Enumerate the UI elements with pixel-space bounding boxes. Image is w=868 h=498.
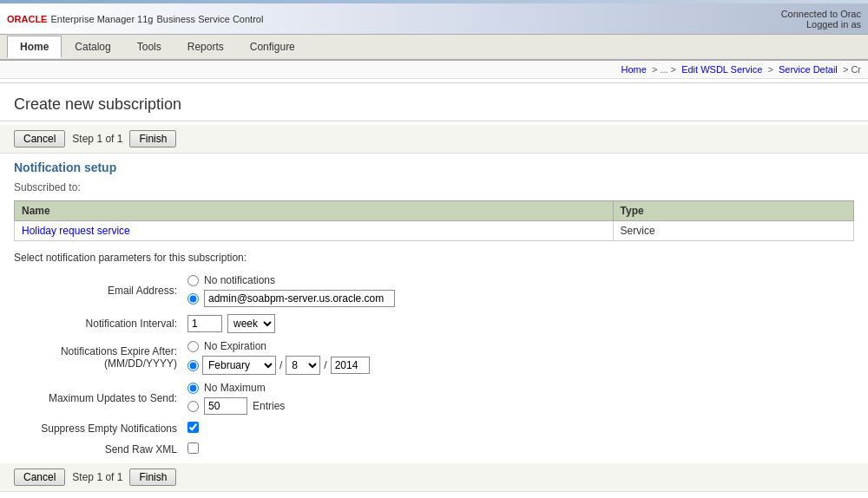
- expire-row: Notifications Expire After: (MM/DD/YYYY)…: [14, 337, 854, 378]
- breadcrumb: Home > ... > Edit WSDL Service > Service…: [0, 61, 868, 79]
- em-label: Enterprise Manager 11g: [50, 14, 153, 24]
- top-nav-bar: Home Catalog Tools Reports Configure: [0, 35, 868, 61]
- step-bar-bottom: Cancel Step 1 of 1 Finish: [0, 463, 868, 492]
- date-separator-1: /: [279, 359, 282, 371]
- nav-tab-reports[interactable]: Reports: [174, 36, 237, 58]
- expire-date-radio[interactable]: [187, 360, 199, 371]
- expire-label: Notifications Expire After: (MM/DD/YYYY): [14, 337, 187, 378]
- nav-tab-configure[interactable]: Configure: [237, 36, 308, 58]
- interval-unit-select[interactable]: week day hour: [227, 314, 275, 333]
- no-expiration-radio[interactable]: [187, 341, 199, 352]
- expire-controls: No Expiration January February March Apr…: [187, 337, 854, 378]
- no-maximum-radio[interactable]: [187, 383, 199, 394]
- max-updates-controls: No Maximum Entries: [187, 378, 854, 418]
- breadcrumb-home[interactable]: Home: [621, 64, 646, 75]
- interval-input[interactable]: [187, 315, 222, 332]
- email-controls: No notifications: [187, 271, 854, 311]
- connected-line2: Logged in as: [806, 19, 861, 29]
- suppress-controls: [187, 418, 854, 439]
- col-name: Name: [15, 201, 614, 221]
- day-select[interactable]: 1234 567 8 9101112 13141516 17181920 212…: [286, 356, 320, 375]
- connected-info: Connected to Orac Logged in as: [781, 9, 861, 29]
- suppress-row: Suppress Empty Notifications: [14, 418, 854, 439]
- email-row: Email Address: No notifications: [14, 271, 854, 311]
- finish-button-top[interactable]: Finish: [129, 130, 176, 147]
- max-updates-row: Maximum Updates to Send: No Maximum Entr…: [14, 378, 854, 418]
- step-bar-top: Cancel Step 1 of 1 Finish: [0, 125, 868, 154]
- oracle-label: ORACLE: [7, 14, 47, 24]
- connected-line1: Connected to Orac: [781, 9, 861, 19]
- expire-label-text: Notifications Expire After:: [61, 345, 177, 357]
- interval-controls: week day hour: [187, 311, 854, 337]
- nav-tab-tools[interactable]: Tools: [124, 36, 174, 58]
- raw-xml-controls: [187, 439, 854, 460]
- finish-button-bottom[interactable]: Finish: [129, 469, 176, 486]
- email-input[interactable]: [204, 290, 395, 307]
- subscribed-to-label: Subscribed to:: [0, 178, 868, 197]
- raw-xml-checkbox[interactable]: [187, 442, 199, 454]
- notification-setup-heading: Notification setup: [0, 154, 868, 178]
- max-updates-label: Maximum Updates to Send:: [14, 378, 187, 418]
- interval-label: Notification Interval:: [14, 311, 187, 337]
- col-type: Type: [613, 201, 853, 221]
- cancel-button-bottom[interactable]: Cancel: [14, 469, 65, 486]
- suppress-label: Suppress Empty Notifications: [14, 418, 187, 439]
- email-radio[interactable]: [187, 293, 199, 305]
- breadcrumb-service-detail[interactable]: Service Detail: [779, 64, 838, 75]
- service-name-link[interactable]: Holiday request service: [22, 225, 130, 237]
- expire-sublabel: (MM/DD/YYYY): [104, 357, 177, 370]
- raw-xml-row: Send Raw XML: [14, 439, 854, 460]
- nav-tab-home[interactable]: Home: [7, 36, 62, 58]
- step-info-top: Step 1 of 1: [72, 133, 122, 145]
- service-type-cell: Service: [613, 221, 853, 241]
- breadcrumb-edit-wsdl[interactable]: Edit WSDL Service: [681, 64, 762, 75]
- suppress-checkbox[interactable]: [187, 422, 199, 433]
- table-row: Holiday request service Service: [15, 221, 854, 241]
- step-info-bottom: Step 1 of 1: [72, 471, 122, 483]
- page-title: Create new subscription: [0, 87, 868, 117]
- month-select[interactable]: January February March April May June Ju…: [202, 356, 276, 375]
- notification-form: Email Address: No notifications Notifica…: [14, 271, 854, 460]
- service-name-cell: Holiday request service: [15, 221, 614, 241]
- entries-label: Entries: [253, 400, 285, 412]
- nav-tab-catalog[interactable]: Catalog: [62, 36, 123, 58]
- bsc-label: Business Service Control: [156, 14, 263, 24]
- year-input[interactable]: [331, 357, 370, 374]
- oracle-logo: ORACLE Enterprise Manager 11g Business S…: [7, 14, 263, 24]
- date-separator-2: /: [324, 359, 326, 371]
- email-label: Email Address:: [14, 271, 187, 311]
- raw-xml-label: Send Raw XML: [14, 439, 187, 460]
- cancel-button-top[interactable]: Cancel: [14, 130, 65, 147]
- no-maximum-label: No Maximum: [204, 382, 266, 394]
- no-expiration-label: No Expiration: [204, 340, 266, 352]
- no-notifications-label: No notifications: [204, 274, 275, 286]
- interval-row: Notification Interval: week day hour: [14, 311, 854, 337]
- subscribed-table: Name Type Holiday request service Servic…: [14, 200, 854, 241]
- no-notifications-radio[interactable]: [187, 275, 199, 286]
- params-intro: Select notification parameters for this …: [0, 245, 868, 267]
- max-value-radio[interactable]: [187, 401, 199, 412]
- max-entries-input[interactable]: [204, 397, 247, 415]
- top-header: ORACLE Enterprise Manager 11g Business S…: [0, 3, 868, 35]
